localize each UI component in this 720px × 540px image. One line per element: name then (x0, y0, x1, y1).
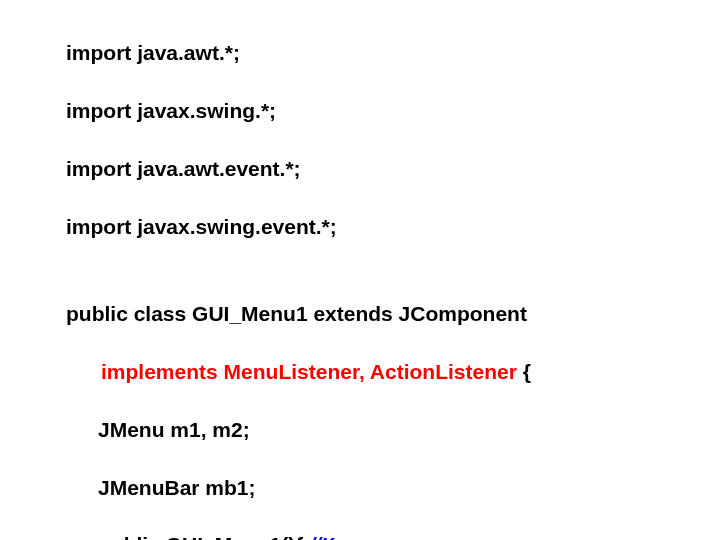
code-line: public class GUI_Menu1 extends JComponen… (66, 300, 720, 329)
code-line: implements MenuListener, ActionListener … (66, 358, 720, 387)
code-line: import java.awt.event.*; (66, 155, 720, 184)
constructor-comment: //Конструктор (309, 533, 467, 540)
code-line: import java.awt.*; (66, 39, 720, 68)
code-line: JMenu m1, m2; (66, 416, 720, 445)
code-line: import javax.swing.event.*; (66, 213, 720, 242)
implements-clause: implements MenuListener, ActionListener (101, 360, 517, 383)
code-line: import javax.swing.*; (66, 97, 720, 126)
code-line: JMenuBar mb1; (66, 474, 720, 503)
java-code-snippet: import java.awt.*; import javax.swing.*;… (0, 0, 720, 540)
code-line: public GUI_Menu1(){ //Конструктор (66, 531, 720, 540)
